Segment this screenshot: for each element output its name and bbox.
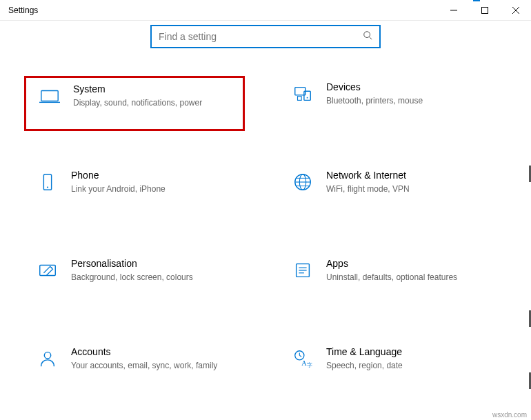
devices-icon	[292, 83, 314, 105]
apps-icon	[292, 259, 314, 281]
svg-line-5	[370, 37, 372, 40]
maximize-icon	[481, 7, 488, 14]
card-text: Time & Language Speech, region, date	[326, 346, 493, 372]
card-network[interactable]: Network & Internet WiFi, flight mode, VP…	[279, 164, 500, 219]
titlebar: Settings	[0, 0, 531, 21]
window-title: Settings	[0, 6, 438, 15]
card-title: System	[73, 83, 236, 94]
card-devices[interactable]: Devices Bluetooth, printers, mouse	[279, 76, 500, 131]
phone-icon	[37, 171, 59, 193]
card-text: Accounts Your accounts, email, sync, wor…	[71, 346, 238, 372]
time-language-icon: A字	[292, 348, 314, 370]
card-title: Time & Language	[326, 346, 493, 357]
svg-rect-6	[41, 91, 58, 101]
card-title: Devices	[326, 81, 493, 92]
card-accounts[interactable]: Accounts Your accounts, email, sync, wor…	[24, 341, 245, 396]
minimize-icon	[450, 7, 457, 14]
close-icon	[512, 7, 519, 14]
card-system[interactable]: System Display, sound, notifications, po…	[24, 76, 245, 131]
card-title: Apps	[326, 258, 493, 269]
svg-text:字: 字	[307, 361, 312, 368]
card-text: Apps Uninstall, defaults, optional featu…	[326, 258, 493, 283]
card-desc: Uninstall, defaults, optional features	[326, 272, 493, 283]
card-title: Phone	[71, 170, 238, 181]
card-phone[interactable]: Phone Link your Android, iPhone	[24, 164, 245, 219]
search-icon	[363, 30, 372, 43]
search-input[interactable]	[159, 31, 363, 42]
minimize-button[interactable]	[438, 0, 469, 21]
accounts-icon	[37, 348, 59, 370]
card-title: Accounts	[71, 346, 238, 357]
card-desc: Display, sound, notifications, power	[73, 97, 236, 109]
card-title: Network & Internet	[326, 170, 493, 181]
card-desc: Bluetooth, printers, mouse	[326, 95, 493, 107]
system-icon	[39, 85, 61, 107]
paintbrush-icon	[37, 259, 59, 281]
card-title: Personalisation	[71, 258, 238, 269]
search-box[interactable]	[150, 25, 381, 48]
accent-strip	[473, 0, 480, 1]
card-desc: WiFi, flight mode, VPN	[326, 183, 493, 195]
card-apps[interactable]: Apps Uninstall, defaults, optional featu…	[279, 252, 500, 308]
globe-icon	[292, 171, 314, 193]
svg-point-20	[51, 267, 52, 268]
card-text: Devices Bluetooth, printers, mouse	[326, 81, 493, 107]
content-area: System Display, sound, notifications, po…	[0, 25, 531, 420]
svg-rect-11	[298, 97, 302, 101]
watermark: wsxdn.com	[492, 411, 527, 419]
card-desc: Speech, region, date	[326, 360, 493, 372]
card-desc: Background, lock screen, colours	[71, 272, 238, 283]
close-button[interactable]	[500, 0, 531, 21]
card-time-language[interactable]: A字 Time & Language Speech, region, date	[279, 341, 500, 396]
card-desc: Your accounts, email, sync, work, family	[71, 360, 238, 372]
window-controls	[438, 0, 531, 20]
svg-point-25	[44, 352, 50, 359]
search-container	[14, 25, 517, 48]
card-text: Personalisation Background, lock screen,…	[71, 258, 238, 283]
svg-point-4	[364, 32, 370, 38]
card-personalisation[interactable]: Personalisation Background, lock screen,…	[24, 252, 245, 308]
maximize-button[interactable]	[469, 0, 500, 21]
card-text: Phone Link your Android, iPhone	[71, 170, 238, 195]
svg-rect-1	[481, 8, 488, 14]
card-text: Network & Internet WiFi, flight mode, VP…	[326, 170, 493, 195]
svg-point-10	[307, 97, 308, 99]
card-text: System Display, sound, notifications, po…	[73, 83, 236, 109]
settings-grid: System Display, sound, notifications, po…	[24, 76, 507, 420]
svg-line-28	[299, 355, 301, 357]
card-desc: Link your Android, iPhone	[71, 183, 238, 195]
svg-point-13	[47, 186, 48, 188]
